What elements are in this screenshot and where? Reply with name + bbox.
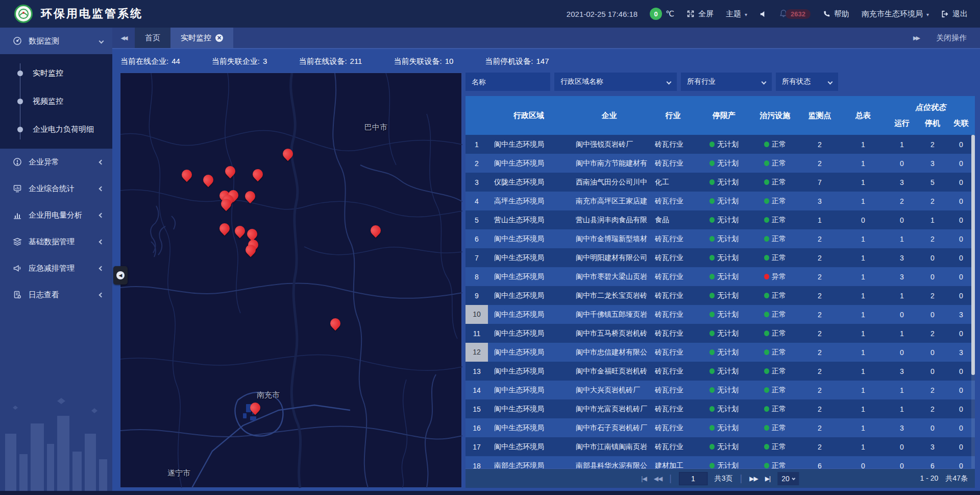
table-row[interactable]: 14阆中生态环境局阆中大兴页岩机砖厂砖瓦行业无计划正常21120 — [465, 381, 975, 399]
row-region-cell: 阆中生态环境局 — [488, 442, 570, 452]
row-industry-cell: 砖瓦行业 — [649, 291, 697, 300]
status-dot-green — [709, 463, 715, 468]
org-dropdown[interactable]: 南充市生态环境局▾ — [862, 9, 929, 19]
sidebar-item-0[interactable]: 数据监测 — [0, 28, 112, 54]
sidebar-item-1[interactable]: 企业异常 — [0, 149, 112, 175]
table-row[interactable]: 7阆中生态环境局阆中明阳建材有限公司砖瓦行业无计划正常21300 — [465, 248, 975, 267]
name-filter-field[interactable] — [465, 73, 550, 91]
scrollbar-thumb[interactable] — [971, 135, 975, 375]
row-points-cell: 2 — [799, 254, 840, 262]
table-body: 1阆中生态环境局阆中强锐页岩砖厂砖瓦行业无计划正常211202阆中生态环境局阆中… — [465, 135, 975, 468]
row-company-cell: 阆中大兴页岩机砖厂 — [570, 386, 649, 395]
sidebar-item-5[interactable]: 应急减排管理 — [0, 255, 112, 281]
tab-1[interactable]: 实时监控✕ — [170, 28, 233, 48]
app-logo-icon — [14, 5, 33, 23]
help-button[interactable]: 帮助 — [823, 9, 849, 19]
table-row[interactable]: 2阆中生态环境局阆中市南方节能建材有砖瓦行业无计划正常21030 — [465, 154, 975, 173]
theme-dropdown[interactable]: 主题▾ — [726, 9, 747, 19]
close-operations-button[interactable]: 关闭操作 — [936, 33, 967, 43]
row-industry-cell: 建材加工 — [649, 461, 697, 469]
col-header-5: 监测点 — [799, 111, 840, 121]
notifications-button[interactable]: 2632 — [779, 9, 811, 19]
page-number-input[interactable] — [679, 472, 707, 485]
row-region-cell: 阆中生态环境局 — [488, 234, 570, 244]
sidebar-item-2[interactable]: 企业综合统计 — [0, 175, 112, 202]
table-row[interactable]: 9阆中生态环境局阆中市二龙长宝页岩砖砖瓦行业无计划正常21120 — [465, 286, 975, 305]
table-row[interactable]: 13阆中生态环境局阆中市金福旺页岩机砖砖瓦行业无计划正常21300 — [465, 362, 975, 381]
row-stop-cell: 3 — [918, 443, 947, 451]
layers-icon — [12, 237, 22, 247]
status-text: 无计划 — [717, 272, 739, 281]
col-header-3: 停限产 — [697, 111, 751, 121]
row-limit-cell: 无计划 — [697, 234, 751, 244]
status-text: 正常 — [772, 405, 786, 414]
industry-filter-select[interactable]: 所有行业 — [681, 73, 772, 91]
status-filter-select[interactable]: 所有状态 — [776, 73, 838, 91]
table-row[interactable]: 1阆中生态环境局阆中强锐页岩砖厂砖瓦行业无计划正常21120 — [465, 135, 975, 154]
name-filter-input[interactable] — [472, 78, 544, 86]
sidebar-subitem-0[interactable]: 实时监控 — [0, 59, 112, 87]
row-meters-cell: 1 — [840, 386, 886, 394]
row-index-cell: 13 — [465, 367, 488, 375]
row-run-cell: 0 — [886, 216, 918, 224]
stat-label: 当前停机设备: — [485, 57, 533, 66]
table-scrollbar[interactable] — [971, 135, 975, 468]
chevron-down-icon — [828, 79, 833, 84]
table-row[interactable]: 18南部生态环境局南部县科华水泥有限公建材加工无计划正常60060 — [465, 456, 975, 468]
table-row[interactable]: 15阆中生态环境局阆中市光富页岩机砖厂砖瓦行业无计划正常21120 — [465, 399, 975, 418]
next-page-button[interactable]: ▶▶ — [749, 475, 757, 482]
sidebar-item-6[interactable]: 日志查看 — [0, 281, 112, 308]
table-row[interactable]: 6阆中生态环境局阆中市金博瑞新型墙材砖瓦行业无计划正常21120 — [465, 229, 975, 248]
gauge-icon — [12, 36, 22, 46]
prev-page-button[interactable]: ◀◀ — [654, 475, 662, 482]
tabs-scroll-left-button[interactable]: ◀◀ — [112, 28, 135, 48]
last-page-button[interactable]: ▶| — [765, 475, 770, 482]
table-row[interactable]: 4高坪生态环境局南充市高坪区王家店建砖瓦行业无计划正常31220 — [465, 192, 975, 210]
row-industry-cell: 砖瓦行业 — [649, 423, 697, 433]
table-row[interactable]: 3仪陇生态环境局西南油气田分公司川中化工无计划正常71350 — [465, 173, 975, 192]
page-size-select[interactable]: 20 — [777, 472, 799, 485]
status-dot-green — [764, 463, 769, 468]
tab-0[interactable]: 首页 — [135, 28, 170, 48]
tabs-scroll-right-button[interactable]: ▶▶ — [913, 35, 919, 41]
status-dot-green — [709, 425, 715, 431]
sidebar-subitem-2[interactable]: 企业电力负荷明细 — [0, 115, 112, 144]
row-meters-cell: 1 — [840, 367, 886, 375]
row-limit-cell: 无计划 — [697, 367, 751, 376]
table-row[interactable]: 17阆中生态环境局阆中市江南镇阆南页岩砖瓦行业无计划正常21030 — [465, 437, 975, 456]
volume-button[interactable] — [760, 10, 767, 18]
tab-close-icon[interactable]: ✕ — [215, 34, 223, 42]
row-index-cell: 11 — [465, 329, 488, 338]
region-filter-select[interactable]: 行政区域名称 — [554, 73, 677, 91]
col-header-0: 行政区域 — [488, 111, 570, 121]
sidebar-subitem-label: 企业电力负荷明细 — [33, 125, 94, 134]
sidebar-item-3[interactable]: 企业用电量分析 — [0, 202, 112, 228]
table-row[interactable]: 10阆中生态环境局阆中千佛镇五郎垭页岩砖瓦行业无计划正常21003 — [465, 305, 975, 324]
status-text: 无计划 — [717, 461, 739, 469]
row-index-cell: 16 — [465, 424, 488, 432]
row-lost-cell: 0 — [947, 443, 975, 451]
table-row[interactable]: 16阆中生态环境局阆中市石子页岩机砖厂砖瓦行业无计划正常21300 — [465, 418, 975, 437]
table-row[interactable]: 8阆中生态环境局阆中市枣碧大梁山页岩砖瓦行业无计划异常21300 — [465, 267, 975, 286]
status-text: 无计划 — [717, 291, 739, 300]
map-panel[interactable]: 巴中市南充市遂宁市 ◀ — [120, 73, 462, 488]
sidebar-item-4[interactable]: 基础数据管理 — [0, 228, 112, 255]
row-meters-cell: 1 — [840, 159, 886, 168]
sidebar-subitem-1[interactable]: 视频监控 — [0, 87, 112, 115]
row-stop-cell: 0 — [918, 367, 947, 375]
fullscreen-button[interactable]: 全屏 — [687, 9, 714, 19]
table-row[interactable]: 11阆中生态环境局阆中市五马桥页岩机砖砖瓦行业无计划正常21120 — [465, 324, 975, 343]
row-company-cell: 阆中市忠信建材有限公 — [570, 348, 649, 357]
table-row[interactable]: 12阆中生态环境局阆中市忠信建材有限公砖瓦行业无计划正常21003 — [465, 343, 975, 362]
panel-collapse-button[interactable]: ◀ — [113, 266, 128, 285]
chevron-left-icon — [99, 213, 104, 218]
row-limit-cell: 无计划 — [697, 348, 751, 357]
first-page-button[interactable]: |◀ — [641, 475, 646, 482]
table-row[interactable]: 5营山生态环境局营山县润丰肉食品有限食品无计划正常10010 — [465, 210, 975, 229]
status-dot-green — [709, 387, 715, 393]
row-company-cell: 阆中市石子页岩机砖厂 — [570, 423, 649, 433]
row-company-cell: 阆中明阳建材有限公司 — [570, 253, 649, 263]
row-industry-cell: 砖瓦行业 — [649, 159, 697, 168]
row-meters-cell: 1 — [840, 178, 886, 186]
logout-button[interactable]: 退出 — [941, 9, 968, 19]
